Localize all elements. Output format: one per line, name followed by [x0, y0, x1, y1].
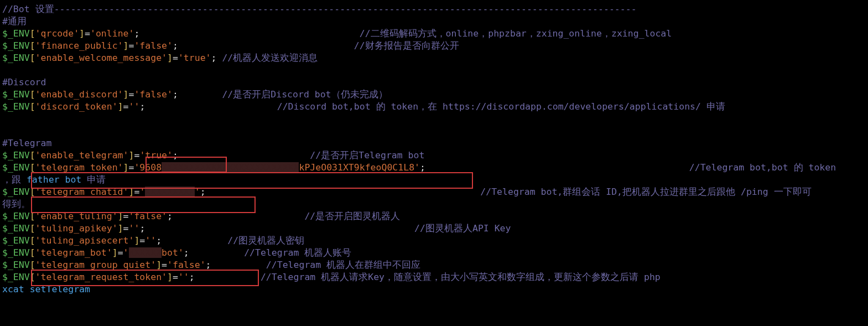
section-header-common: #通用	[2, 16, 27, 27]
env-var: $_ENV	[2, 40, 30, 51]
config-code-block: //Bot 设置--------------------------------…	[0, 0, 868, 299]
env-var: $_ENV	[2, 260, 30, 270]
env-var: $_ENV	[2, 28, 30, 39]
env-var: $_ENV	[2, 247, 30, 258]
env-var: $_ENV	[2, 223, 30, 234]
section-header-discord: #Discord	[2, 77, 46, 87]
env-var: $_ENV	[2, 211, 30, 221]
env-var: $_ENV	[2, 53, 30, 63]
command-xcat: xcat setTelegram	[2, 284, 90, 294]
env-var: $_ENV	[2, 150, 30, 161]
env-var: $_ENV	[2, 235, 30, 246]
env-var: $_ENV	[2, 162, 30, 173]
env-var: $_ENV	[2, 89, 30, 100]
section-header-bot: //Bot 设置--------------------------------…	[2, 4, 637, 14]
redacted-token: XXXXXXXXXXXXXXXXXXXXXXXXX	[162, 162, 299, 173]
env-var: $_ENV	[2, 187, 30, 197]
link-father-bot: father bot	[27, 174, 81, 185]
env-var: $_ENV	[2, 272, 30, 282]
section-header-telegram: #Telegram	[2, 138, 51, 148]
env-var: $_ENV	[2, 101, 30, 112]
redacted-botname: XXXXXX	[129, 247, 162, 258]
redacted-chatid: XXXXXXXXX	[145, 187, 194, 197]
